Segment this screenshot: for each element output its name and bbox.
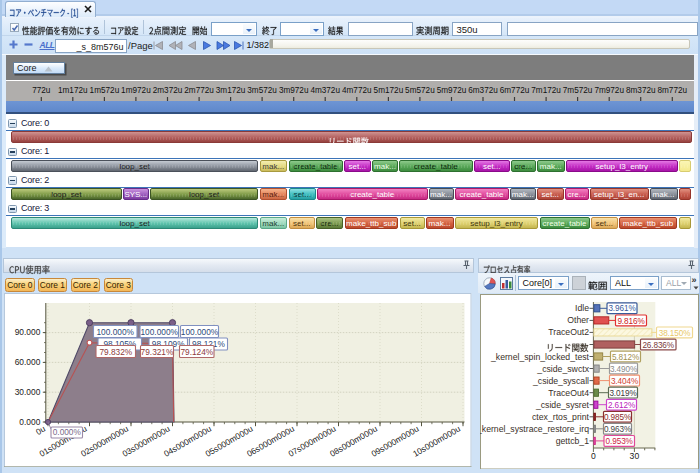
svg-text:3.961%: 3.961% — [608, 304, 635, 313]
svg-text:_cside_syscall: _cside_syscall — [531, 375, 588, 385]
svg-text:ctex_rtos_print: ctex_rtos_print — [532, 411, 590, 421]
svg-text:100.000%: 100.000% — [97, 326, 135, 336]
svg-text:3.019%: 3.019% — [609, 388, 636, 397]
svg-text:3m572u: 3m572u — [247, 85, 277, 94]
svg-text:0.985%: 0.985% — [603, 412, 630, 421]
svg-text:30: 30 — [629, 451, 639, 461]
svg-text:4m372u: 4m372u — [310, 85, 340, 94]
svg-text:1m572u: 1m572u — [90, 85, 120, 94]
svg-text:5m172u: 5m172u — [374, 85, 404, 94]
svg-text:_kernel_systrace_restore_irq: _kernel_systrace_restore_irq — [480, 423, 589, 433]
svg-text:90.000: 90.000 — [15, 327, 41, 337]
svg-text:gettcb_1: gettcb_1 — [555, 435, 588, 445]
svg-text:7m172u: 7m172u — [531, 85, 561, 94]
svg-text:60.000: 60.000 — [15, 357, 41, 367]
svg-text:1m172u: 1m172u — [58, 85, 88, 94]
svg-text:4m772u: 4m772u — [342, 85, 372, 94]
svg-text:79.124%: 79.124% — [180, 346, 213, 356]
svg-text:100.000%: 100.000% — [141, 326, 179, 336]
svg-text:79.321%: 79.321% — [141, 346, 174, 356]
svg-text:7m972u: 7m972u — [594, 85, 624, 94]
svg-text:8m372u: 8m372u — [626, 85, 656, 94]
svg-text:_cside_swctx: _cside_swctx — [536, 363, 589, 373]
svg-text:9.816%: 9.816% — [617, 316, 644, 325]
svg-text:79.832%: 79.832% — [99, 346, 132, 356]
svg-text:0.953%: 0.953% — [605, 437, 632, 446]
svg-text:26.836%: 26.836% — [642, 340, 674, 349]
svg-text:5m972u: 5m972u — [437, 85, 467, 94]
svg-text:5m572u: 5m572u — [405, 85, 435, 94]
svg-text:TraceOut2: TraceOut2 — [548, 327, 589, 337]
svg-text:3.404%: 3.404% — [610, 376, 637, 385]
svg-text:6m372u: 6m372u — [468, 85, 498, 94]
svg-text:_cside_sysret: _cside_sysret — [534, 399, 589, 409]
svg-text:6m772u: 6m772u — [500, 85, 530, 94]
svg-text:TraceOut4: TraceOut4 — [548, 387, 589, 397]
svg-text:2m372u: 2m372u — [153, 85, 183, 94]
svg-text:Other: Other — [567, 315, 589, 325]
svg-text:2m772u: 2m772u — [184, 85, 214, 94]
svg-text:0.000%: 0.000% — [53, 427, 82, 437]
svg-text:0.963%: 0.963% — [603, 424, 630, 433]
svg-text:3m972u: 3m972u — [279, 85, 309, 94]
svg-text:3.490%: 3.490% — [609, 364, 636, 373]
svg-text:772u: 772u — [32, 85, 51, 94]
svg-text:Idle: Idle — [574, 303, 588, 313]
svg-text:3m172u: 3m172u — [216, 85, 246, 94]
svg-text:7m572u: 7m572u — [563, 85, 593, 94]
svg-text:100.000%: 100.000% — [181, 326, 219, 336]
svg-text:8m772u: 8m772u — [658, 85, 688, 94]
svg-text:30.000: 30.000 — [15, 387, 41, 397]
svg-text:2.612%: 2.612% — [607, 400, 634, 409]
svg-text:1m972u: 1m972u — [121, 85, 151, 94]
svg-text:0: 0 — [591, 451, 596, 461]
svg-text:38.150%: 38.150% — [658, 328, 690, 337]
svg-text:5.812%: 5.812% — [611, 352, 638, 361]
